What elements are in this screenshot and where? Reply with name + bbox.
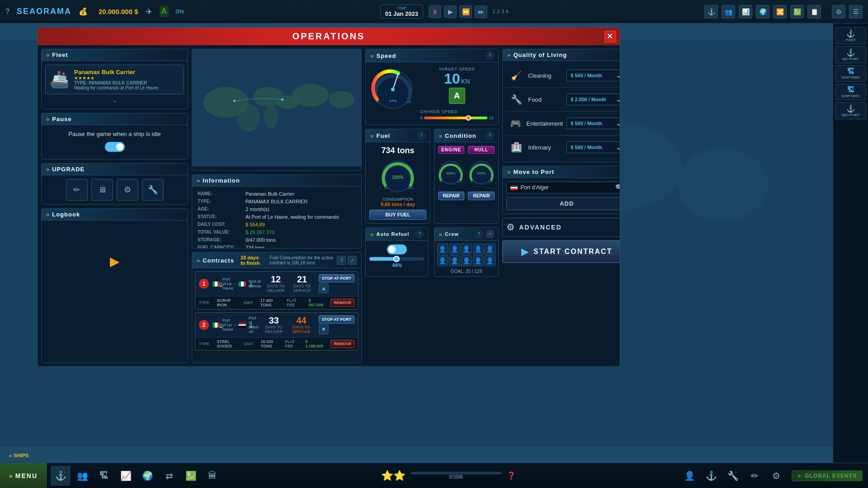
toggle-track[interactable] [105,142,125,152]
crew-slot-2: 👤 [449,244,460,254]
logbook-arrows: » [46,211,49,218]
bottom-icon-gear[interactable]: ⚙ [766,466,786,486]
speed-slider[interactable] [424,117,487,119]
bottom-icon-finance[interactable]: 💹 [181,466,201,486]
bottom-icon-port[interactable]: 🏛 [203,466,222,486]
port-name-input[interactable] [520,184,613,191]
fleet-expand-arrow[interactable]: ˅ [42,98,188,109]
top-icon-menu[interactable]: ☰ [849,5,863,19]
hull-gauge-item: 100% 0% 100% [468,157,495,188]
help-icon[interactable]: ? [5,8,9,16]
cleaning-cost-btn[interactable]: $ 500 / Month ⌄ [566,70,620,81]
fuel-help[interactable]: ? [417,131,425,140]
port-search-box[interactable]: 🔍 [506,182,620,193]
time-display: TIME 01 Jan 2023 [380,5,423,19]
contract-2-type-value: Steel Goods [217,339,237,348]
contracts-help-icon[interactable]: ? [337,256,346,265]
buy-fuel-btn[interactable]: BUY FUEL [369,210,426,220]
rs-shipyard-1[interactable]: 🏗 SHIPYARD [835,65,866,82]
cleaning-arrow: ⌄ [616,72,620,79]
ship-info: Panamax Bulk Carrier ★★★★★ TYPE: PANAMAX… [74,69,180,90]
bottom-icon-chart[interactable]: 📈 [116,466,136,486]
nav-icon-2[interactable]: A [160,6,169,17]
crew-expand-icon[interactable]: ⤢ [486,230,494,238]
speed-2x-btn[interactable]: ⏩ [459,5,472,18]
menu-btn[interactable]: » MENU [0,463,47,488]
contracts-expand-icon[interactable]: ⤢ [348,256,357,265]
time-controls: TIME 01 Jan 2023 ⏸ ▶ ⏩ ⏭ 1234 [191,5,697,19]
upgrade-btn-4[interactable]: 🔧 [142,179,164,201]
info-age-label: AGE: [198,206,243,212]
pause-btn[interactable]: ⏸ [429,5,441,18]
bottom-icon-tools[interactable]: 🔧 [723,466,743,486]
bottom-icon-crew[interactable]: 👥 [72,466,92,486]
top-icon-contract[interactable]: 📋 [807,5,821,19]
upgrade-btn-2[interactable]: 🖥 [91,179,113,201]
bottom-icon-person[interactable]: 👤 [679,466,699,486]
food-cost-btn[interactable]: $ 2.000 / Month ⌄ [566,94,620,105]
top-icon-crew[interactable]: 👥 [722,5,735,19]
speed-header: » Speed ? [366,49,498,62]
bottom-icon-globe[interactable]: 🌍 [137,466,157,486]
contract-1-days-num: 12 [264,275,287,284]
upgrade-btn-3[interactable]: ⚙ [117,179,138,201]
contract-2-expand-btn[interactable]: ▼ [319,324,329,334]
entertainment-cost-btn[interactable]: $ 500 / Month ⌄ [566,117,620,129]
search-icon[interactable]: 🔍 [615,184,620,191]
rs-port-2[interactable]: ⚓ NG PORT [835,46,866,63]
bottom-icon-ship[interactable]: ⚓ [51,466,71,486]
pause-panel: » Pause Pause the game when a ship is id… [41,113,188,160]
bottom-icon-anchor[interactable]: ⚓ [701,466,721,486]
play-btn[interactable]: ▶ [444,5,457,18]
contracts-arrows: » [197,257,200,264]
column-4: » Quality of Living 🧹 Cleaning $ 500 / M… [502,49,620,363]
speed-4x-btn[interactable]: ⏭ [475,5,487,18]
contract-2-remove-btn[interactable]: REMOVE [330,340,354,348]
start-contract-label: START CONTRACT [533,248,612,256]
top-icon-trade[interactable]: 🔀 [773,5,787,19]
advanced-btn[interactable]: ⚙ ADVANCED [502,218,620,237]
crew-help[interactable]: ? [475,230,483,238]
question-icon[interactable]: ❓ [507,471,516,480]
bottom-icon-trade[interactable]: ⇄ [159,466,179,486]
upgrade-btn-1[interactable]: ✏ [66,179,88,201]
infirmary-cost: $ 500 / Month [571,145,602,150]
ar-help[interactable]: ? [415,230,424,238]
ops-header: OPERATIONS ✕ [38,28,620,45]
contract-1-stop-btn[interactable]: STOP AT PORT [319,274,354,282]
ship-card[interactable]: 🚢 Panamax Bulk Carrier ★★★★★ TYPE: PANAM… [45,65,184,94]
auto-speed-btn[interactable]: A [449,88,465,104]
bottom-icon-pencil[interactable]: ✏ [745,466,764,486]
hull-repair-btn[interactable]: REPAIR [468,192,495,200]
start-contract-btn[interactable]: ▶ START CONTRACT [502,240,620,263]
top-icon-stats[interactable]: 📊 [739,5,752,19]
contract-1-expand-btn[interactable]: ▲ [319,283,329,293]
info-status-label: STATUS: [198,214,243,220]
rs-port-3[interactable]: ⚓ SED PORT [835,102,866,119]
contract-2-stop-btn[interactable]: STOP AT PORT [319,315,354,324]
global-events-btn[interactable]: » GLOBAL EVENTS [792,470,863,481]
ar-slider[interactable] [369,257,425,261]
top-icon-ships[interactable]: ⚓ [704,5,718,19]
speed-slider-thumb [466,115,471,121]
app-logo: SEAORAMA [17,7,71,16]
infirmary-cost-btn[interactable]: $ 500 / Month ⌄ [566,141,620,153]
add-port-btn[interactable]: ADD [506,197,620,210]
rs-port-1[interactable]: ⚓ PORT [835,27,866,44]
speed-help[interactable]: ? [486,52,494,60]
condition-help[interactable]: ? [486,131,494,140]
pause-toggle[interactable] [105,142,125,152]
rs-shipyard-2[interactable]: 🏗 SHIPYARD [835,84,866,100]
svg-text:100%: 100% [408,187,414,189]
top-icon-finance[interactable]: 💹 [790,5,804,19]
top-icon-settings[interactable]: ⚙ [832,5,845,19]
bottom-icon-build[interactable]: 🏗 [94,466,114,486]
nav-icon-1[interactable]: ✈ [146,7,152,17]
rs-port-label-3: SED PORT [837,113,864,117]
ar-toggle-track[interactable] [387,244,407,254]
engine-repair-btn[interactable]: REPAIR [438,192,465,200]
close-button[interactable]: ✕ [604,31,616,42]
infirmary-name: Infirmary [528,144,563,151]
top-icon-world[interactable]: 🌍 [756,5,769,19]
contract-1-remove-btn[interactable]: REMOVE [330,299,354,307]
